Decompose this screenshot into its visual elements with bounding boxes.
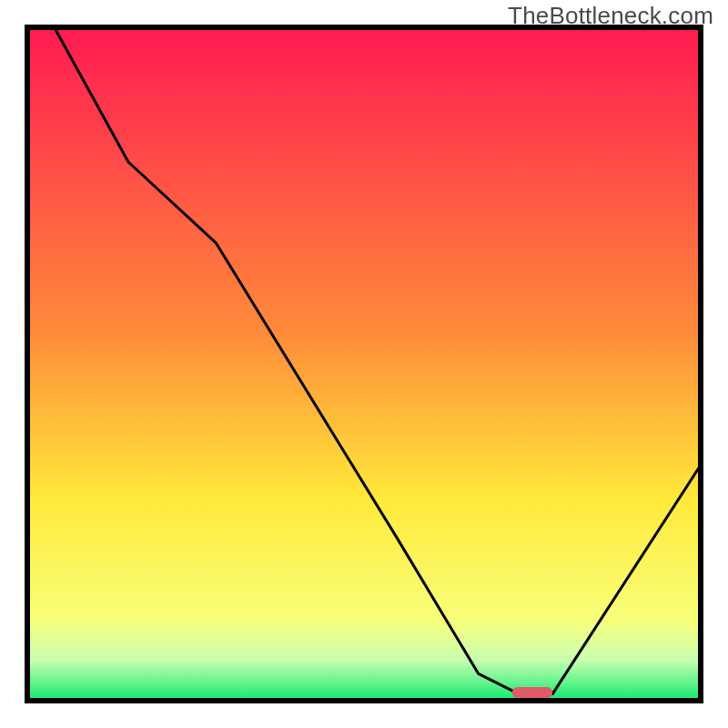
plot-background: [27, 27, 701, 701]
optimal-marker: [512, 687, 552, 698]
bottleneck-chart: TheBottleneck.com: [0, 0, 728, 728]
watermark-text: TheBottleneck.com: [508, 2, 713, 30]
chart-svg: [0, 0, 728, 728]
